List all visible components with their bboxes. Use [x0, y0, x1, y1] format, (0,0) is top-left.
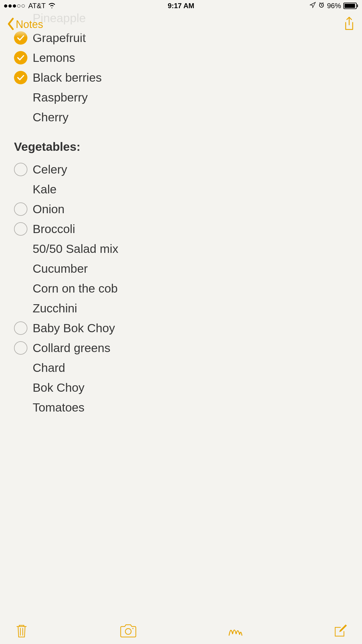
- item-label: Black berries: [33, 71, 102, 85]
- checkbox[interactable]: [14, 222, 27, 236]
- alarm-icon: [318, 2, 325, 10]
- status-bar: AT&T 9:17 AM 96%: [0, 0, 362, 12]
- item-label: Collard greens: [33, 341, 110, 355]
- list-item[interactable]: Zucchini: [14, 298, 348, 318]
- item-label: 50/50 Salad mix: [33, 242, 118, 256]
- back-label: Notes: [16, 18, 43, 31]
- list-item[interactable]: Lemons: [14, 48, 348, 68]
- item-label: Lemons: [33, 51, 75, 65]
- location-icon: [310, 2, 316, 10]
- item-label: Chard: [33, 361, 65, 375]
- status-time: 9:17 AM: [168, 2, 194, 10]
- compose-icon: [333, 623, 348, 638]
- item-label: Celery: [33, 163, 67, 176]
- list-item[interactable]: Black berries: [14, 68, 348, 88]
- checkbox[interactable]: [14, 202, 27, 216]
- svg-point-2: [132, 628, 133, 629]
- note-content[interactable]: PineappleGrapefruitLemonsBlack berriesRa…: [0, 0, 362, 417]
- checkbox[interactable]: [14, 341, 27, 355]
- checkmark-icon: [17, 55, 24, 61]
- list-item[interactable]: Broccoli: [14, 219, 348, 239]
- list-item[interactable]: Tomatoes: [14, 398, 348, 417]
- back-button[interactable]: Notes: [7, 18, 43, 32]
- list-item[interactable]: Cucumber: [14, 259, 348, 279]
- compose-button[interactable]: [333, 623, 348, 639]
- list-item[interactable]: Onion: [14, 199, 348, 219]
- bottom-toolbar: [0, 618, 362, 644]
- item-label: Raspberry: [33, 91, 88, 104]
- item-label: Corn on the cob: [33, 282, 118, 295]
- item-label: Tomatoes: [33, 401, 85, 414]
- list-item[interactable]: Corn on the cob: [14, 279, 348, 298]
- checkbox[interactable]: [14, 321, 27, 335]
- item-label: Cherry: [33, 111, 68, 124]
- item-label: Baby Bok Choy: [33, 321, 115, 335]
- checkbox[interactable]: [14, 71, 27, 84]
- camera-button[interactable]: [120, 624, 137, 639]
- list-item[interactable]: Cherry: [14, 107, 348, 127]
- list-item[interactable]: Raspberry: [14, 88, 348, 107]
- list-item[interactable]: Celery: [14, 160, 348, 179]
- battery-icon: [343, 3, 358, 9]
- svg-point-1: [125, 629, 131, 634]
- camera-icon: [120, 624, 137, 638]
- list-item[interactable]: Collard greens: [14, 338, 348, 358]
- checkbox[interactable]: [14, 51, 27, 64]
- sketch-icon: [227, 624, 243, 638]
- nav-bar: Notes: [0, 12, 362, 37]
- item-label: Kale: [33, 183, 57, 196]
- list-item[interactable]: Baby Bok Choy: [14, 318, 348, 338]
- list-item[interactable]: Chard: [14, 358, 348, 378]
- item-label: Bok Choy: [33, 381, 85, 395]
- battery-percent: 96%: [327, 2, 341, 10]
- chevron-left-icon: [7, 18, 15, 32]
- list-item[interactable]: Bok Choy: [14, 378, 348, 398]
- checkmark-icon: [17, 74, 24, 81]
- wifi-icon: [48, 2, 56, 10]
- share-icon: [343, 17, 355, 31]
- trash-icon: [14, 623, 29, 638]
- item-label: Zucchini: [33, 302, 77, 315]
- share-button[interactable]: [343, 17, 355, 32]
- delete-button[interactable]: [14, 623, 29, 639]
- section-header-vegetables: Vegetables:: [14, 140, 348, 154]
- list-item[interactable]: Kale: [14, 179, 348, 199]
- item-label: Onion: [33, 202, 64, 216]
- list-item[interactable]: 50/50 Salad mix: [14, 239, 348, 259]
- item-label: Broccoli: [33, 222, 75, 236]
- item-label: Cucumber: [33, 262, 88, 276]
- sketch-button[interactable]: [227, 624, 243, 639]
- carrier-label: AT&T: [28, 2, 46, 10]
- checkbox[interactable]: [14, 163, 27, 176]
- signal-strength-icon: [4, 4, 25, 8]
